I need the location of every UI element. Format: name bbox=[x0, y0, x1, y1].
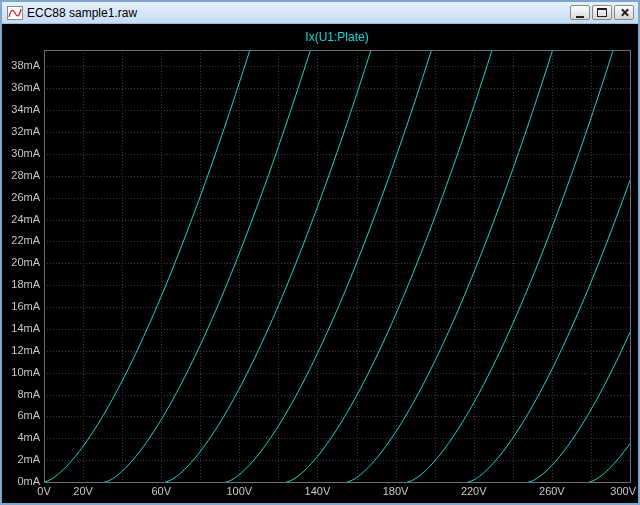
close-button[interactable] bbox=[614, 5, 634, 20]
minimize-icon bbox=[576, 16, 584, 18]
window-title: ECC88 sample1.raw bbox=[27, 6, 570, 20]
minimize-button[interactable] bbox=[570, 5, 590, 20]
app-icon bbox=[7, 6, 23, 20]
plot-area: Ix(U1:Plate) bbox=[2, 24, 638, 503]
titlebar[interactable]: ECC88 sample1.raw bbox=[2, 2, 638, 24]
plot-canvas[interactable] bbox=[2, 24, 638, 503]
close-icon bbox=[620, 8, 629, 17]
app-window: ECC88 sample1.raw Ix(U1:Plate) bbox=[0, 0, 640, 505]
window-controls bbox=[570, 5, 634, 20]
maximize-button[interactable] bbox=[592, 5, 612, 20]
maximize-icon bbox=[597, 8, 607, 17]
